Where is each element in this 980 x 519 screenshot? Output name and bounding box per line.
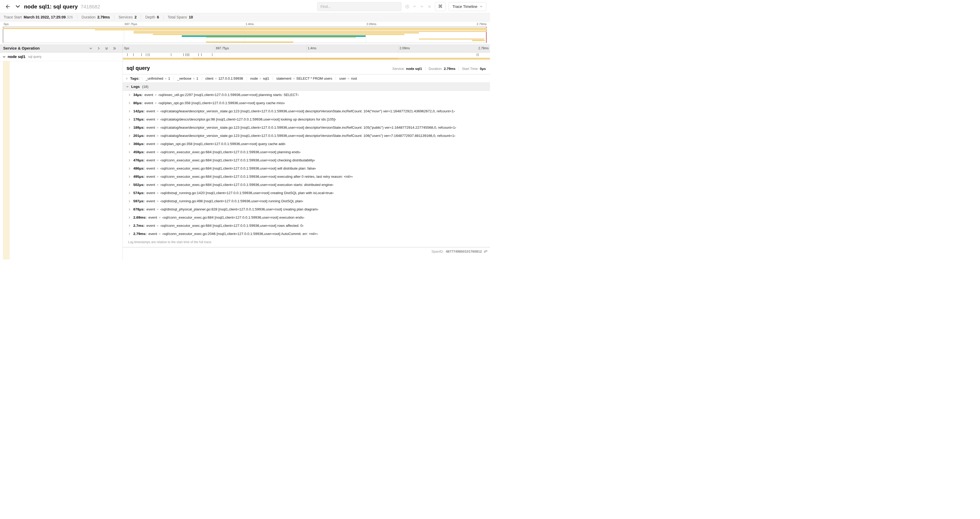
logs-count: (18) — [142, 85, 148, 89]
keyboard-shortcuts-button[interactable]: ⌘ — [435, 2, 445, 11]
arrow-left-icon — [5, 4, 11, 10]
page-title: node sql1: sql query 7418682 — [24, 3, 100, 10]
expand-all-button[interactable] — [113, 47, 116, 50]
trace-info-item: Depth6 — [141, 15, 163, 19]
log-equals: = — [157, 158, 159, 163]
span-operation-name: sql query — [28, 55, 41, 59]
span-meta-duration: Duration:2.79ms — [425, 67, 459, 71]
span-detail-card: sql query Service:node sql1 Duration:2.7… — [123, 61, 490, 248]
log-row[interactable]: 486μs: event = ‹sql/conn_executor_exec.g… — [123, 164, 490, 172]
span-row-timeline[interactable] — [123, 53, 490, 61]
log-time: 459μs: — [133, 150, 145, 154]
log-event-key: event — [144, 93, 153, 97]
log-event-key: event — [146, 183, 155, 187]
log-equals: = — [157, 207, 159, 211]
log-message: ‹sql/conn_executor_exec.go:684 [nsql1,cl… — [160, 150, 301, 154]
log-row[interactable]: 2.79ms: event = ‹sql/conn_executor_exec.… — [123, 230, 490, 238]
log-message: ‹sql/catalog/descs/descriptor.go:98 [nsq… — [160, 117, 336, 121]
trace-name: node sql1: sql query — [24, 3, 78, 10]
log-row[interactable]: 502μs: event = ‹sql/conn_executor_exec.g… — [123, 180, 490, 189]
time-tick-label: 0μs — [3, 22, 9, 26]
log-row[interactable]: 597μs: event = ‹sql/distsql_running.go:4… — [123, 197, 490, 205]
tags-toggle-row[interactable]: Tags: _unfinished=1 _verbose=1 client=12… — [123, 74, 490, 83]
log-row[interactable]: 476μs: event = ‹sql/conn_executor_exec.g… — [123, 156, 490, 164]
log-row[interactable]: 2.69ms: event = ‹sql/conn_executor_exec.… — [123, 213, 490, 222]
log-time: 366μs: — [133, 142, 145, 146]
log-equals: = — [157, 126, 159, 130]
collapse-trace-button[interactable] — [15, 4, 20, 9]
log-row[interactable]: 142μs: event = ‹sql/catalog/lease/descri… — [123, 107, 490, 115]
logs-title: Logs — [131, 85, 140, 89]
chevron-right-icon — [128, 200, 130, 203]
tag-item: node=sql1 — [247, 77, 273, 80]
time-tick-label: 697.75μs — [124, 22, 137, 26]
log-row[interactable]: 176μs: event = ‹sql/catalog/descs/descri… — [123, 115, 490, 123]
log-event-key: event — [146, 142, 155, 146]
log-marker-tick — [148, 53, 148, 56]
logs-footnote: Log timestamps are relative to the start… — [123, 238, 490, 247]
log-event-key: event — [148, 232, 157, 236]
log-event-key: event — [144, 101, 153, 105]
find-clear-button[interactable] — [426, 3, 432, 10]
chevron-down-icon — [89, 47, 92, 50]
tags-list: _unfinished=1 _verbose=1 client=127.0.0.… — [142, 77, 360, 80]
chevron-down-icon — [126, 85, 129, 88]
log-event-key: event — [146, 109, 155, 113]
logs-toggle-header[interactable]: Logs (18) — [123, 83, 490, 91]
chevron-right-icon — [126, 77, 128, 80]
log-row[interactable]: 80μs: event = ‹sql/plan_opt.go:358 [nsql… — [123, 99, 490, 107]
find-next-button[interactable] — [419, 3, 425, 10]
timeline-header: Service & Operation 0μs697.75μs1.4ms2.09… — [0, 44, 490, 53]
log-row[interactable]: 366μs: event = ‹sql/plan_opt.go:358 [nsq… — [123, 140, 490, 148]
span-row-label[interactable]: node sql1 sql query — [0, 53, 123, 61]
find-prev-button[interactable] — [412, 3, 418, 10]
log-row[interactable]: 459μs: event = ‹sql/conn_executor_exec.g… — [123, 148, 490, 156]
log-row[interactable]: 34μs: event = ‹sql/exec_util.go:2297 [ns… — [123, 91, 490, 99]
log-row[interactable]: 201μs: event = ‹sql/catalog/lease/descri… — [123, 132, 490, 140]
log-equals: = — [154, 93, 156, 97]
log-equals: = — [159, 232, 161, 236]
expand-one-button[interactable] — [97, 47, 100, 50]
minimap-graph[interactable] — [3, 27, 487, 43]
log-row[interactable]: 495μs: event = ‹sql/conn_executor_exec.g… — [123, 172, 490, 180]
trace-info-item: Duration2.79ms — [78, 15, 115, 19]
trace-minimap: 0μs697.75μs1.4ms2.09ms2.79ms — [0, 21, 490, 44]
log-row[interactable]: 574μs: event = ‹sql/distsql_running.go:1… — [123, 189, 490, 197]
row-gridline — [306, 53, 307, 61]
log-time: 2.7ms: — [133, 224, 145, 228]
log-event-key: event — [146, 158, 155, 163]
log-message: ‹sql/distsql_running.go:498 [nsql1,clien… — [160, 199, 303, 203]
log-message: ‹sql/conn_executor_exec.go:684 [nsql1,cl… — [160, 166, 316, 171]
log-message: ‹sql/exec_util.go:2297 [nsql1,client=127… — [158, 93, 299, 97]
link-icon-glyph — [484, 249, 487, 253]
chevron-right-icon — [128, 118, 130, 121]
collapse-one-button[interactable] — [89, 47, 92, 50]
header-controls: ⌘ Trace Timeline — [317, 2, 486, 11]
log-equals: = — [157, 191, 159, 195]
collapse-all-button[interactable] — [105, 47, 108, 50]
link-icon[interactable] — [484, 249, 487, 253]
log-message: ‹sql/conn_executor_exec.go:684 [nsql1,cl… — [160, 224, 304, 228]
log-message: ‹sql/distsql_physical_planner.go:828 [ns… — [160, 207, 318, 211]
chevron-right-icon — [128, 143, 130, 145]
log-row[interactable]: 2.7ms: event = ‹sql/conn_executor_exec.g… — [123, 222, 490, 230]
log-marker-tick — [477, 53, 477, 56]
chevron-right-icon — [128, 192, 130, 194]
find-match-button[interactable] — [404, 3, 410, 10]
log-message: ‹sql/conn_executor_exec.go:684 [nsql1,cl… — [160, 174, 353, 179]
span-detail-header: sql query Service:node sql1 Duration:2.7… — [123, 61, 490, 74]
time-tick-label: 1.4ms — [245, 22, 254, 26]
log-time: 80μs: — [133, 101, 143, 105]
log-time: 2.69ms: — [133, 216, 146, 220]
log-row[interactable]: 189μs: event = ‹sql/catalog/lease/descri… — [123, 123, 490, 132]
chevron-right-icon — [128, 208, 130, 211]
log-equals: = — [157, 224, 159, 228]
log-row[interactable]: 678μs: event = ‹sql/distsql_physical_pla… — [123, 205, 490, 213]
log-equals: = — [157, 150, 159, 154]
chevron-right-icon — [128, 126, 130, 129]
trace-view-dropdown[interactable]: Trace Timeline — [449, 2, 486, 11]
log-message: ‹sql/plan_opt.go:358 [nsql1,client=127.0… — [158, 101, 285, 105]
find-input[interactable] — [317, 2, 401, 11]
log-message: ‹sql/catalog/lease/descriptor_version_st… — [160, 134, 455, 138]
back-button[interactable] — [4, 2, 12, 11]
